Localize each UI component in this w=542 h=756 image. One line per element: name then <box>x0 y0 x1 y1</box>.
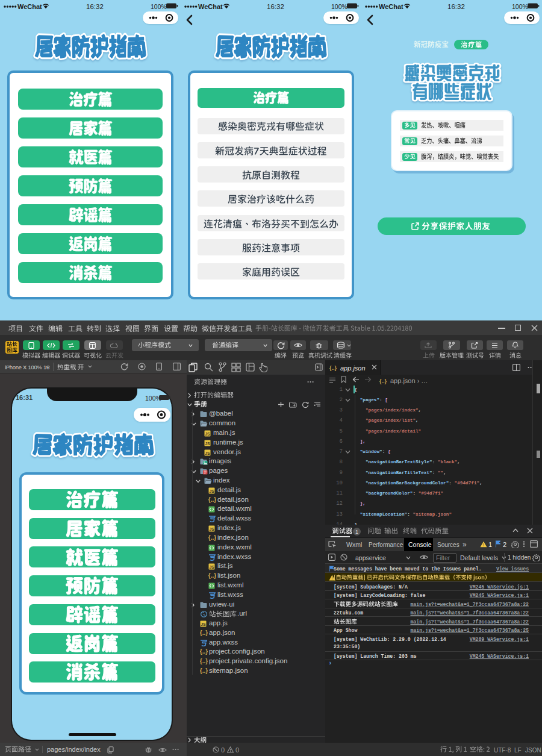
svg-text:16:32: 16:32 <box>267 3 284 10</box>
svg-text:JS: JS <box>209 564 214 569</box>
svg-text:{..}: {..} <box>200 629 208 636</box>
svg-text:JS: JS <box>209 526 214 531</box>
svg-text:JS: JS <box>209 489 214 493</box>
svg-text:WeChat: WeChat <box>379 3 403 10</box>
svg-text:JS: JS <box>205 451 210 455</box>
svg-text:JS: JS <box>205 441 210 445</box>
svg-text:100%: 100% <box>331 3 347 10</box>
svg-text:100%: 100% <box>151 3 167 10</box>
svg-text:JS: JS <box>205 431 210 436</box>
svg-text:{..}: {..} <box>200 658 208 664</box>
svg-text:16:32: 16:32 <box>86 3 104 10</box>
svg-text:{..}: {..} <box>208 496 216 503</box>
svg-text:{..}: {..} <box>208 534 216 541</box>
svg-text:WeChat: WeChat <box>17 3 42 10</box>
svg-text:JS: JS <box>201 622 206 626</box>
svg-text:{..}: {..} <box>200 667 208 674</box>
svg-text:WeChat: WeChat <box>198 3 223 10</box>
svg-text:{..}: {..} <box>208 572 216 579</box>
svg-text:!: ! <box>483 543 484 547</box>
svg-text:{..}: {..} <box>200 648 208 655</box>
svg-text:16:32: 16:32 <box>447 3 465 10</box>
svg-text:100%: 100% <box>512 3 528 10</box>
